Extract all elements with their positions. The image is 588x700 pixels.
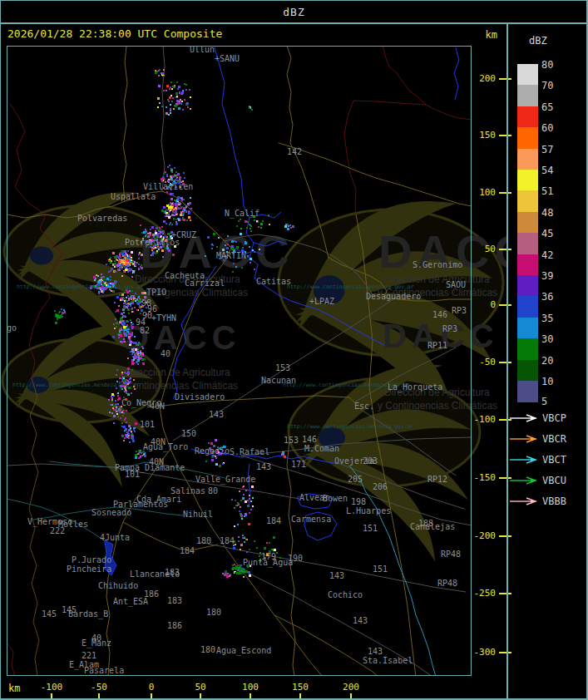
map-label: Villavicen: [143, 183, 193, 191]
map-label: Carrizal: [185, 279, 225, 288]
colorbar-swatch: [517, 318, 538, 339]
map-label: La_Horqueta: [388, 383, 442, 392]
map-label: 184: [220, 537, 235, 545]
map-label: 150: [181, 430, 196, 438]
colorbar-title: dBZ: [529, 35, 547, 47]
map-label: 101: [140, 421, 155, 429]
map-label: +SANU: [215, 55, 240, 63]
colorbar-swatch: [517, 212, 538, 234]
right-axis-tick: [499, 304, 511, 306]
map-label: 151: [363, 525, 378, 533]
map-label: Desaguadero: [366, 293, 421, 301]
right-axis-tick: [499, 135, 511, 136]
map-label: 206: [373, 483, 388, 491]
map-label: Nacunan: [261, 377, 296, 385]
map-label: 198: [351, 498, 366, 506]
map-label: 203: [363, 457, 378, 466]
map-label: S.Geronimo: [413, 261, 462, 269]
map-label: 184: [180, 547, 195, 555]
map-label: 143: [256, 463, 271, 471]
bottom-axis-tick-label: -50: [82, 682, 116, 693]
map-label: ago: [7, 324, 17, 333]
right-axis-tick-label: 150: [467, 130, 496, 140]
colorbar-swatch: [517, 85, 538, 106]
right-axis-tick-label: 100: [467, 187, 496, 198]
map-label: Pincheira: [67, 565, 111, 574]
colorbar-label: 30: [541, 333, 553, 345]
map-label: 82: [140, 327, 150, 335]
frame-left: [0, 0, 1, 700]
colorbar-swatch: [517, 127, 538, 149]
right-axis-tick-label: -50: [467, 357, 496, 367]
map-label: RP12: [427, 476, 447, 484]
map-label: MARTIN: [216, 252, 246, 260]
right-axis-unit: km: [466, 29, 497, 41]
map-label: 146: [302, 436, 317, 444]
right-axis-tick-label: 0: [467, 299, 496, 310]
right-axis-tick: [499, 192, 511, 194]
colorbar-label: 45: [541, 228, 553, 239]
vector-legend-label: VBCP: [542, 412, 566, 424]
map-label: Cochico: [328, 591, 363, 599]
map-label: RP11: [427, 342, 447, 350]
vector-legend-label: VBBB: [542, 495, 566, 507]
right-axis-tick: [499, 362, 511, 363]
map-label: RP3: [442, 325, 457, 333]
map-label: 221: [82, 652, 96, 660]
map-label: 151: [373, 565, 388, 574]
map-label: 183: [165, 569, 180, 577]
colorbar-swatch: [517, 381, 538, 402]
map-label: Regadio: [195, 447, 230, 456]
right-axis-tick-label: -100: [467, 414, 496, 425]
map-label: M.Coman: [304, 445, 339, 453]
map-label: E_Manz: [82, 639, 111, 648]
right-axis-tick: [499, 652, 511, 653]
frame-top: [0, 0, 588, 1]
map-label: RP3: [452, 307, 467, 315]
map-label: 80: [208, 487, 218, 495]
map-label: Divisadero: [175, 393, 225, 402]
map-label: 179: [261, 553, 276, 561]
map-label: 183: [167, 597, 182, 605]
map-label: 142: [287, 148, 302, 156]
colorbar-label: 35: [541, 313, 553, 324]
map-label: 40N: [149, 458, 164, 466]
map-label: 143: [209, 411, 224, 419]
map-label: TPIO: [146, 288, 166, 297]
colorbar-swatch: [517, 275, 538, 297]
map-label: 180: [200, 646, 215, 654]
map-label: S.Rafael: [230, 448, 269, 456]
vbct-arrow-icon: [509, 455, 542, 465]
right-axis-tick: [499, 249, 511, 250]
colorbar-swatch: [517, 106, 538, 128]
map-labels: Ullun+SANU142VillavicenUspallataPolvared…: [7, 46, 472, 676]
map-label: Nihuil: [183, 510, 213, 519]
map-label: 153: [284, 436, 299, 445]
colorbar-label: 51: [541, 185, 553, 197]
map-label: 143: [353, 617, 368, 625]
map-label: Esc.: [354, 402, 374, 411]
map-label: RP48: [437, 579, 457, 588]
colorbar-label: 48: [541, 207, 553, 219]
colorbar-label: 36: [541, 291, 553, 303]
colorbar-swatch: [517, 190, 538, 212]
map-label: Valle_Grande: [195, 476, 255, 484]
map-label: Bardas_B: [68, 610, 108, 619]
colorbar-label: 5: [541, 396, 547, 407]
right-axis-tick: [499, 593, 511, 594]
map-label: Catitas: [256, 278, 291, 286]
map-label: 143: [368, 648, 383, 656]
map-label: Agua_Escond: [216, 647, 271, 655]
bottom-axis-tick-label: -100: [35, 682, 68, 693]
colorbar-swatch: [517, 64, 538, 86]
vector-legend-label: VBCR: [542, 433, 566, 445]
colorbar-swatch: [517, 233, 538, 254]
map-label: N_Calif: [225, 210, 259, 218]
map-label: Pasarela: [84, 667, 124, 675]
colorbar-swatch: [517, 149, 538, 170]
map-label: RP48: [441, 550, 461, 559]
colorbar-label: 10: [541, 376, 553, 387]
vector-legend-label: VBCU: [542, 475, 566, 486]
map-label: Sta.Isabel: [363, 657, 413, 665]
map-label: Sosneado: [91, 509, 131, 517]
